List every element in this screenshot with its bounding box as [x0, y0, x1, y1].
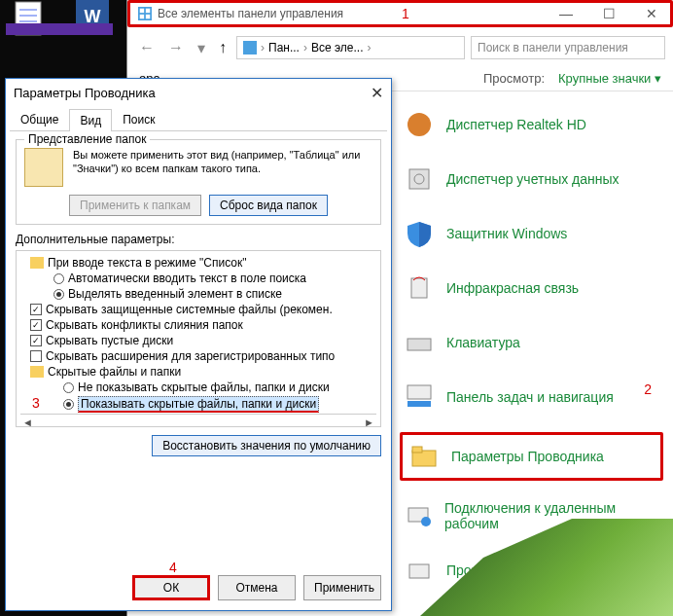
chk-hide-merge[interactable]: ✓ — [30, 319, 42, 331]
annotation-2: 2 — [644, 381, 652, 397]
recent-dropdown[interactable]: ▾ — [194, 39, 209, 57]
dialog-titlebar: Параметры Проводника ✕ — [6, 79, 391, 106]
radio-hide-hidden[interactable] — [63, 382, 74, 393]
additional-params-label: Дополнительные параметры: — [16, 233, 381, 246]
radio-auto-search[interactable] — [53, 273, 64, 284]
annotation-3: 3 — [32, 395, 40, 411]
infrared-icon — [404, 272, 435, 304]
svg-rect-7 — [140, 9, 144, 13]
breadcrumb[interactable]: › Пан... › Все эле... › — [236, 36, 465, 59]
radio-highlight[interactable] — [53, 289, 64, 300]
svg-rect-8 — [146, 9, 150, 13]
svg-rect-23 — [409, 564, 429, 578]
cp-item-taskbar[interactable]: Панель задач и навигация 2 — [400, 378, 663, 417]
dialog-title: Параметры Проводника — [14, 86, 156, 100]
cp-item-keyboard[interactable]: Клавиатура — [400, 323, 663, 362]
dialog-tabs: Общие Вид Поиск — [10, 108, 387, 131]
cp-item-realtek[interactable]: Диспетчер Realtek HD — [400, 105, 663, 144]
svg-rect-18 — [407, 385, 431, 399]
svg-rect-10 — [146, 15, 150, 18]
cancel-button[interactable]: Отмена — [218, 575, 296, 600]
folder-icon — [30, 366, 44, 378]
folder-options-dialog: Параметры Проводника ✕ Общие Вид Поиск П… — [5, 78, 392, 611]
folder-preview-icon — [24, 148, 63, 187]
radio-show-hidden[interactable] — [63, 399, 74, 410]
svg-rect-15 — [411, 278, 427, 298]
chk-hide-empty[interactable]: ✓ — [30, 335, 42, 346]
cp-item-infrared[interactable]: Инфракрасная связь — [400, 269, 663, 308]
shield-icon — [404, 218, 435, 249]
view-mode-dropdown[interactable]: Крупные значки ▾ — [558, 71, 661, 86]
tab-general[interactable]: Общие — [10, 108, 69, 130]
control-panel-icon — [138, 7, 152, 20]
cp-item-explorer-options[interactable]: Параметры Проводника — [400, 432, 663, 481]
svg-rect-17 — [407, 401, 431, 407]
folder-view-group: Представление папок Вы можете применить … — [16, 139, 381, 225]
keyboard-icon — [404, 327, 435, 358]
tab-search[interactable]: Поиск — [112, 108, 165, 130]
annotation-1: 1 — [402, 6, 409, 21]
search-placeholder: Поиск в панели управления — [478, 41, 628, 54]
apply-to-folders-button[interactable]: Применить к папкам — [69, 195, 201, 216]
remote-icon — [404, 500, 433, 531]
reset-folders-button[interactable]: Сброс вида папок — [209, 195, 328, 216]
chk-hide-system[interactable]: ✓ — [30, 304, 42, 315]
up-button[interactable]: ↑ — [215, 39, 230, 56]
view-label: Просмотр: — [483, 71, 545, 86]
svg-rect-20 — [412, 447, 422, 453]
close-button[interactable]: ✕ — [630, 0, 673, 27]
cp-item-defender[interactable]: Защитник Windows — [400, 214, 663, 253]
svg-rect-11 — [243, 41, 257, 54]
minimize-button[interactable]: — — [545, 0, 587, 27]
navigation-toolbar: ← → ▾ ↑ › Пан... › Все эле... › Поиск в … — [127, 33, 673, 62]
forward-button[interactable]: → — [164, 39, 188, 56]
dialog-footer: ОК Отмена Применить — [132, 575, 381, 600]
dialog-close-button[interactable]: ✕ — [371, 84, 383, 102]
folder-options-icon — [408, 441, 440, 472]
search-input[interactable]: Поиск в панели управления — [471, 36, 665, 59]
realtek-icon — [404, 109, 435, 140]
safe-icon — [404, 163, 435, 195]
taskbar-icon — [404, 381, 435, 413]
svg-rect-9 — [140, 15, 144, 18]
window-controls: — ☐ ✕ — [545, 0, 673, 27]
desktop-selection — [6, 23, 113, 35]
cp-crumb-icon — [243, 41, 257, 54]
folder-view-desc: Вы можете применить этот вид (например, … — [73, 148, 372, 187]
show-hidden-label: Показывать скрытые файлы, папки и диски — [78, 396, 319, 413]
tree-hscroll[interactable]: ◄► — [20, 414, 376, 427]
crumb-1[interactable]: Пан... — [268, 41, 300, 54]
folder-icon — [30, 257, 44, 269]
chk-hide-ext[interactable] — [30, 350, 42, 362]
tab-view-body: Представление папок Вы можете применить … — [6, 131, 391, 464]
svg-point-22 — [421, 517, 431, 526]
folder-view-title: Представление папок — [24, 132, 150, 146]
svg-rect-16 — [407, 339, 431, 350]
options-tree[interactable]: При вводе текста в режиме "Список" Автом… — [16, 250, 381, 427]
annotation-4: 4 — [169, 560, 177, 575]
back-button[interactable]: ← — [135, 39, 159, 56]
crumb-2[interactable]: Все эле... — [311, 41, 364, 54]
programs-icon — [404, 555, 435, 586]
apply-button[interactable]: Применить — [303, 575, 381, 600]
svg-rect-13 — [409, 169, 429, 189]
tab-view[interactable]: Вид — [69, 109, 112, 131]
restore-defaults-button[interactable]: Восстановить значения по умолчанию — [152, 435, 381, 456]
cp-item-credentials[interactable]: Диспетчер учетных данных — [400, 160, 663, 199]
maximize-button[interactable]: ☐ — [587, 0, 630, 27]
ok-button[interactable]: ОК — [132, 575, 210, 600]
svg-point-12 — [407, 113, 431, 136]
